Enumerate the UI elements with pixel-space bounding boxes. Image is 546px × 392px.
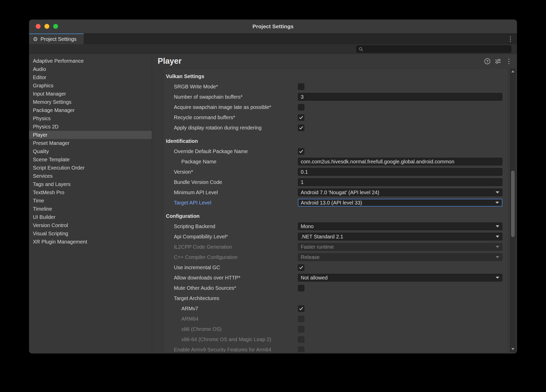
checkbox-override-default-package-name[interactable] xyxy=(298,148,304,155)
scroll-thumb[interactable] xyxy=(511,171,515,237)
sidebar-item-physics[interactable]: Physics xyxy=(29,114,152,123)
checkbox-acquire-swapchain-image-late-as-possible[interactable] xyxy=(298,104,304,110)
zoom-button[interactable] xyxy=(53,24,58,29)
dropdown-api-compatibility-level[interactable]: .NET Standard 2.1 xyxy=(298,233,502,240)
field-bundle-version-code[interactable] xyxy=(298,178,502,186)
sidebar-item-adaptive-performance[interactable]: Adaptive Performance xyxy=(29,57,152,65)
checkbox-srgb-write-mode[interactable] xyxy=(298,83,304,90)
checkbox-apply-display-rotation-during-rendering[interactable] xyxy=(298,125,304,131)
chevron-down-icon xyxy=(496,256,499,258)
setting-label-target-api-level: Target API Level xyxy=(163,200,298,206)
sidebar-item-timeline[interactable]: Timeline xyxy=(29,205,152,213)
field-package-name[interactable] xyxy=(298,158,502,165)
checkbox-armv7[interactable] xyxy=(298,305,304,312)
setting-label-enable-armv9-security-features-for-arm64: Enable Armv9 Security Features for Arm64 xyxy=(163,347,298,352)
setting-label-use-incremental-gc: Use incremental GC xyxy=(163,265,298,270)
setting-row-acquire-swapchain-image-late-as-possible: Acquire swapchain image late as possible… xyxy=(163,102,508,112)
checkbox-x86-64-chrome-os-and-magic-leap-2 xyxy=(298,336,304,343)
section-header-vulkan-settings: Vulkan Settings xyxy=(163,71,508,81)
help-button[interactable]: ? xyxy=(484,58,490,64)
setting-row-version: Version* xyxy=(163,167,508,177)
sidebar-item-script-execution-order[interactable]: Script Execution Order xyxy=(29,164,152,172)
scroll-down-arrow[interactable] xyxy=(511,348,514,350)
setting-control-cell xyxy=(298,305,502,312)
search-input[interactable] xyxy=(365,46,509,52)
setting-row-minimum-api-level: Minimum API LevelAndroid 7.0 'Nougat' (A… xyxy=(163,187,508,198)
sidebar-item-player[interactable]: Player xyxy=(29,131,152,139)
gear-icon: ⚙ xyxy=(33,36,38,42)
sidebar-item-version-control[interactable]: Version Control xyxy=(29,221,152,229)
sidebar-item-quality[interactable]: Quality xyxy=(29,147,152,155)
field-version[interactable] xyxy=(298,168,502,176)
checkbox-recycle-command-buffers[interactable] xyxy=(298,114,304,121)
setting-control-cell xyxy=(298,93,502,101)
sidebar-item-textmesh-pro[interactable]: TextMesh Pro xyxy=(29,188,152,197)
dropdown-scripting-backend[interactable]: Mono xyxy=(298,222,502,230)
search-field[interactable] xyxy=(356,45,511,53)
dropdown-c-compiler-configuration: Release xyxy=(298,253,502,261)
sidebar-item-preset-manager[interactable]: Preset Manager xyxy=(29,139,152,147)
tab-project-settings[interactable]: ⚙ Project Settings xyxy=(29,33,84,44)
checkbox-mute-other-audio-sources[interactable] xyxy=(298,285,304,291)
dropdown-minimum-api-level[interactable]: Android 7.0 'Nougat' (API level 24) xyxy=(298,189,502,196)
sidebar-item-editor[interactable]: Editor xyxy=(29,73,152,81)
setting-control-cell xyxy=(298,264,502,271)
chevron-down-icon xyxy=(496,236,499,238)
setting-row-target-architectures: Target Architectures xyxy=(163,293,508,303)
setting-row-apply-display-rotation-during-rendering: Apply display rotation during rendering xyxy=(163,123,508,133)
setting-row-srgb-write-mode: SRGB Write Mode* xyxy=(163,81,508,92)
dropdown-il2cpp-code-generation: Faster runtime xyxy=(298,243,502,251)
section-header-identification: Identification xyxy=(163,136,508,146)
sidebar-item-package-manager[interactable]: Package Manager xyxy=(29,106,152,114)
sidebar-list: Adaptive PerformanceAudioEditorGraphicsI… xyxy=(29,57,152,246)
sidebar-item-xr-plugin-management[interactable]: XR Plugin Management xyxy=(29,238,152,246)
sidebar-item-ui-builder[interactable]: UI Builder xyxy=(29,213,152,221)
setting-row-mute-other-audio-sources: Mute Other Audio Sources* xyxy=(163,283,508,293)
sidebar-item-input-manager[interactable]: Input Manager xyxy=(29,90,152,98)
setting-control-cell xyxy=(298,336,502,343)
vertical-scrollbar[interactable] xyxy=(510,68,516,352)
dropdown-target-api-level[interactable]: Android 13.0 (API level 33) xyxy=(298,199,502,207)
check-icon xyxy=(299,266,303,269)
setting-label-apply-display-rotation-during-rendering: Apply display rotation during rendering xyxy=(163,125,298,131)
sidebar-item-visual-scripting[interactable]: Visual Scripting xyxy=(29,229,152,238)
sidebar-item-scene-template[interactable]: Scene Template xyxy=(29,155,152,164)
dropdown-value: Android 7.0 'Nougat' (API level 24) xyxy=(301,190,379,195)
dropdown-value: Android 13.0 (API level 33) xyxy=(301,200,362,206)
minimize-button[interactable] xyxy=(44,24,49,29)
setting-label-override-default-package-name: Override Default Package Name xyxy=(163,148,298,154)
dropdown-allow-downloads-over-http[interactable]: Not allowed xyxy=(298,274,502,282)
dropdown-value: Mono xyxy=(301,223,314,229)
setting-label-api-compatibility-level: Api Compatibility Level* xyxy=(163,234,298,240)
scroll-up-arrow[interactable] xyxy=(511,70,514,72)
sidebar-item-physics-2d[interactable]: Physics 2D xyxy=(29,123,152,131)
setting-row-number-of-swapchain-buffers: Number of swapchain buffers* xyxy=(163,92,508,102)
setting-label-bundle-version-code: Bundle Version Code xyxy=(163,179,298,185)
close-button[interactable] xyxy=(36,24,41,29)
sidebar-item-tags-and-layers[interactable]: Tags and Layers xyxy=(29,180,152,188)
checkbox-use-incremental-gc[interactable] xyxy=(298,264,304,271)
checkbox-x86-chrome-os xyxy=(298,326,304,332)
chevron-down-icon xyxy=(496,225,499,227)
sidebar-item-graphics[interactable]: Graphics xyxy=(29,81,152,90)
setting-row-package-name: Package Name xyxy=(163,156,508,167)
sidebar-item-memory-settings[interactable]: Memory Settings xyxy=(29,98,152,106)
field-number-of-swapchain-buffers[interactable] xyxy=(298,93,502,101)
setting-label-version: Version* xyxy=(163,169,298,175)
setting-control-cell xyxy=(298,114,502,121)
chevron-down-icon xyxy=(496,191,499,193)
header-menu-button[interactable]: ⋮ xyxy=(506,58,512,64)
setting-label-arm64: ARM64 xyxy=(163,316,298,322)
setting-row-scripting-backend: Scripting BackendMono xyxy=(163,221,508,231)
preset-sliders-button[interactable] xyxy=(495,58,501,64)
setting-label-x86-chrome-os: x86 (Chrome OS) xyxy=(163,326,298,332)
content-header: Player ? ⋮ xyxy=(152,54,517,68)
window-title: Project Settings xyxy=(252,23,294,30)
sidebar-item-services[interactable]: Services xyxy=(29,172,152,180)
checkbox-enable-armv9-security-features-for-arm64 xyxy=(298,347,304,352)
chevron-down-icon xyxy=(495,202,499,204)
tabbar-menu-button[interactable]: ⋮ xyxy=(507,36,513,42)
chevron-down-icon xyxy=(496,277,499,279)
sidebar-item-audio[interactable]: Audio xyxy=(29,65,152,73)
sidebar-item-time[interactable]: Time xyxy=(29,197,152,205)
